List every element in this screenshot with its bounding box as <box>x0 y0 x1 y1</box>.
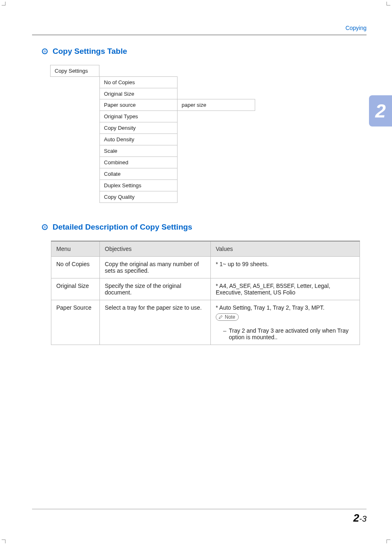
tree-item: Original Size <box>99 88 178 100</box>
cell-values: * A4, A5_SEF, A5_LEF, B5SEF, Letter, Leg… <box>211 278 360 300</box>
note-text: Tray 2 and Tray 3 are activated only whe… <box>223 327 355 340</box>
cell-values: * 1~ up to 99 sheets. <box>211 257 360 278</box>
ring-bullet-icon <box>42 224 48 230</box>
chapter-number: 2 <box>375 100 386 122</box>
tree-item: Scale <box>99 145 178 157</box>
page-number: 2-3 <box>32 512 367 524</box>
cell-objectives: Copy the original as many number of sets… <box>100 257 211 278</box>
section-copy-settings-table: Copy Settings Table <box>42 47 367 56</box>
footer-rule <box>32 509 367 509</box>
cell-menu: Paper Source <box>51 300 100 345</box>
table-row: No of Copies Copy the original as many n… <box>51 257 360 278</box>
settings-tree: Copy Settings No of Copies Original Size… <box>50 65 367 203</box>
note-badge: Note <box>216 313 239 321</box>
tree-item: Collate <box>99 168 178 180</box>
pencil-icon <box>218 315 223 320</box>
copy-settings-detail-table: Menu Objectives Values No of Copies Copy… <box>51 241 360 345</box>
tree-item-paper-size: paper size <box>177 99 255 111</box>
cell-values: * Auto Setting, Tray 1, Tray 2, Tray 3, … <box>211 300 360 345</box>
section-detailed-description: Detailed Description of Copy Settings <box>42 223 367 232</box>
tree-item: Auto Density <box>99 133 178 145</box>
chapter-tab: 2 <box>369 95 392 126</box>
cell-objectives: Select a tray for the paper size to use. <box>100 300 211 345</box>
cell-objectives: Specify the size of the original documen… <box>100 278 211 300</box>
cell-menu: No of Copies <box>51 257 100 278</box>
page-header: Copying <box>32 25 367 31</box>
col-menu: Menu <box>51 241 100 257</box>
page-number-page: 3 <box>362 514 367 523</box>
tree-root: Copy Settings <box>50 65 99 77</box>
page-footer: 2-3 <box>32 509 367 524</box>
table-row: Original Size Specify the size of the or… <box>51 278 360 300</box>
tree-item: Copy Quality <box>99 191 178 203</box>
values-main: * Auto Setting, Tray 1, Tray 2, Tray 3, … <box>216 304 355 311</box>
tree-item: Copy Density <box>99 122 178 134</box>
ring-bullet-icon <box>42 48 48 54</box>
section-title: Copy Settings Table <box>53 47 127 56</box>
col-objectives: Objectives <box>100 241 211 257</box>
tree-item: Original Types <box>99 110 178 122</box>
tree-item: Combined <box>99 156 178 168</box>
table-row: Paper Source Select a tray for the paper… <box>51 300 360 345</box>
tree-item: Duplex Settings <box>99 179 178 191</box>
svg-point-3 <box>44 226 46 228</box>
note-label: Note <box>225 314 235 320</box>
col-values: Values <box>211 241 360 257</box>
page-number-chapter: 2 <box>353 512 359 524</box>
header-rule <box>32 34 367 35</box>
page-number-sep: - <box>359 514 362 523</box>
svg-point-1 <box>44 50 46 53</box>
tree-item-paper-source: Paper source <box>99 99 178 111</box>
cell-menu: Original Size <box>51 278 100 300</box>
section-title: Detailed Description of Copy Settings <box>53 223 192 232</box>
tree-item: No of Copies <box>99 76 178 88</box>
